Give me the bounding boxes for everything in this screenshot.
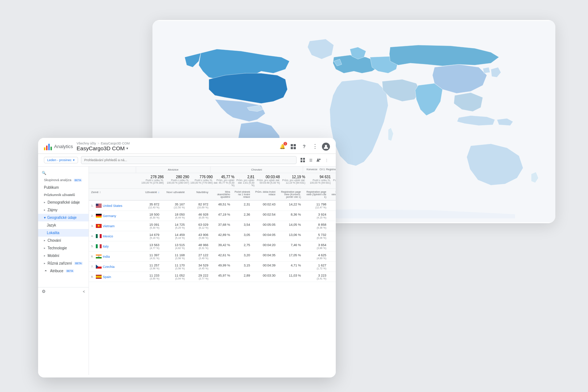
beta-badge-ruzna: BETA	[74, 262, 83, 265]
svg-rect-20	[96, 214, 102, 215]
notification-icon[interactable]: 🔔 1	[278, 143, 286, 151]
sidebar-item-mobilni[interactable]: Mobilní	[38, 252, 89, 260]
country-link[interactable]: Germany	[103, 214, 116, 218]
country-link[interactable]: Italy	[103, 245, 109, 248]
svg-rect-8	[301, 160, 302, 162]
country-link[interactable]: India	[103, 255, 110, 258]
users-cell: 35 872 (12,43 %)	[136, 201, 162, 211]
sessions-pct: (4,45 %)	[189, 267, 208, 270]
header-icons: 🔔 1 ? ⋮	[278, 143, 330, 151]
country-cell: 1. United States	[89, 201, 136, 211]
svg-rect-4	[294, 147, 296, 149]
country-link[interactable]: Spain	[103, 275, 111, 279]
table-row: 1. United States 35 872 (12,43 %) 35 167…	[89, 201, 336, 211]
sessions-value: 34 529	[189, 264, 208, 267]
table-body: 1. United States 35 872 (12,43 %) 35 167…	[89, 201, 336, 282]
user-avatar[interactable]	[322, 143, 330, 151]
th-reg-goal[interactable]: Registration page view (Splnění cíle 1)	[303, 189, 328, 200]
country-link[interactable]: Mexico	[103, 234, 113, 238]
th-users[interactable]: Uživatelé ↓	[136, 189, 162, 200]
date-range-dropdown: ▾	[73, 158, 75, 162]
view-grid-icon[interactable]	[299, 157, 306, 163]
new-users-pct: (3,98 %)	[164, 257, 185, 260]
sidebar-item-pruzkumnik[interactable]: Průzkumník uživatelů	[38, 191, 89, 199]
col-group-akvizice: Akvizice	[136, 167, 211, 173]
settings-icon[interactable]: ⚙	[42, 289, 46, 294]
pages-cell: 3,15	[232, 262, 252, 271]
svg-rect-25	[96, 234, 98, 238]
country-link[interactable]: Czechia	[103, 265, 115, 269]
view-more-icon[interactable]: ⋮	[323, 157, 330, 163]
th-new-users[interactable]: Noví uživatelé	[162, 189, 187, 200]
goal-value-pct: (6,06 %	[331, 236, 336, 239]
conv-rate-cell: 7,46 %	[278, 241, 303, 251]
new-users-cell: 18 050 (6,44 %)	[162, 211, 187, 221]
date-range-button[interactable]: Leden - prosinec ▾	[44, 157, 78, 163]
logo-bar-green	[50, 147, 52, 150]
view-people-icon[interactable]	[315, 157, 322, 163]
th-bounce[interactable]: Míra okamžitého opuštění	[211, 189, 232, 200]
help-icon[interactable]: ?	[300, 143, 308, 151]
sidebar-item-demograficke[interactable]: Demografické údaje	[38, 199, 89, 206]
date-range-label: Leden - prosinec	[47, 158, 72, 162]
sidebar-item-geograficke[interactable]: Geografické údaje	[38, 214, 89, 221]
country-cell: 6. India	[89, 252, 136, 261]
svg-rect-7	[303, 158, 305, 160]
users-cell: 18 500 (6,30 %)	[136, 211, 162, 221]
table-row: 2. Germany 18 500 (6,30 %) 18 050 (6,44 …	[89, 211, 336, 221]
account-name[interactable]: EasyCargo3D COM ▾	[77, 145, 275, 151]
analytics-header: Analytics Všechny účty > EasyCargo3D COM…	[38, 138, 336, 154]
new-users-cell: 11 168 (3,98 %)	[162, 252, 187, 261]
total-goal-sub: Podíl z celku %, 100,00 % (94 631)	[305, 179, 331, 184]
th-reg-conv[interactable]: Registration page view (Konverz. poměr c…	[278, 189, 303, 200]
sidebar-item-ruzna[interactable]: Různá zařízení BETA	[38, 260, 89, 267]
goal-value-pct: (4,89 %	[331, 257, 336, 259]
th-sessions[interactable]: Návštěvy	[187, 189, 211, 200]
country-link[interactable]: United States	[103, 204, 122, 208]
goal-value-cell: 46 250,00 Kč (4,89 %	[328, 252, 336, 261]
search-input[interactable]	[81, 156, 297, 164]
total-new-users-value: 280 290	[164, 175, 189, 179]
sidebar-item-jazyk[interactable]: Jazyk	[38, 221, 89, 229]
sidebar-item-publikum[interactable]: Publikum	[38, 184, 89, 191]
sidebar-item-technologie[interactable]: Technologie	[38, 244, 89, 252]
sidebar-item-lokalita[interactable]: Lokalita	[38, 229, 89, 237]
country-cell: 8. Spain	[89, 272, 136, 282]
rank-number: 2.	[91, 214, 95, 217]
beta-badge-skupinova: BETA	[74, 179, 82, 182]
duration-cell: 00:04:20	[252, 241, 278, 251]
country-link[interactable]: Vietnam	[103, 224, 115, 228]
goal-comp-pct: (3,41 %)	[305, 277, 326, 280]
th-pages[interactable]: Počet stránek na 1 trvání relace	[232, 189, 252, 200]
more-icon[interactable]: ⋮	[311, 143, 319, 151]
th-duration[interactable]: Prům. doba trvání relace	[252, 189, 278, 200]
conv-rate-cell: 14,05 %	[278, 221, 303, 231]
sidebar-item-zajmy[interactable]: Zájmy	[38, 206, 89, 214]
collapse-icon[interactable]: <	[83, 290, 85, 294]
sessions-value: 27 122	[189, 253, 208, 257]
new-users-pct: (3,94 %)	[164, 277, 185, 280]
view-list-icon[interactable]: ☰	[307, 157, 314, 163]
grid-icon[interactable]	[289, 143, 297, 151]
total-goal: 94 631 Podíl z celku %, 100,00 % (94 631…	[305, 175, 331, 187]
sidebar-item-atribuce[interactable]: Atribuce BETA	[38, 267, 89, 275]
total-conv: 12,19 % Prům. pro výběr dat: 12,19 % (84…	[280, 175, 305, 187]
goal-comp-cell: 4 625 (4,89 %)	[303, 252, 328, 261]
sidebar-item-skupinova[interactable]: Skupinová analýza BETA	[38, 176, 89, 184]
new-users-cell: 11 052 (3,94 %)	[162, 272, 187, 282]
new-users-cell: 14 725 (5,25 %)	[162, 221, 187, 231]
svg-rect-27	[100, 234, 102, 238]
sessions-cell: 46 928 (6,05 %)	[187, 211, 211, 221]
users-value: 14 679	[138, 233, 159, 237]
goal-comp-cell: 1 627 (1,72 %)	[303, 262, 328, 271]
sessions-cell: 27 122 (3,49 %)	[187, 252, 211, 261]
conv-rate-cell: 11,03 %	[278, 272, 303, 282]
analytics-title-section: Všechny účty > EasyCargo3D COM EasyCargo…	[77, 142, 275, 151]
th-reg-value[interactable]: Registration page view (Hodnota cíle 1)	[328, 189, 336, 200]
sidebar-item-chovani[interactable]: Chování	[38, 237, 89, 244]
th-country[interactable]: Země ↕	[89, 189, 136, 200]
sessions-cell: 82 972 (10,69 %)	[187, 201, 211, 211]
dropdown-icon[interactable]: ▾	[126, 146, 128, 150]
bounce-cell: 42,89 %	[211, 231, 232, 241]
new-users-pct: (6,44 %)	[164, 216, 185, 219]
